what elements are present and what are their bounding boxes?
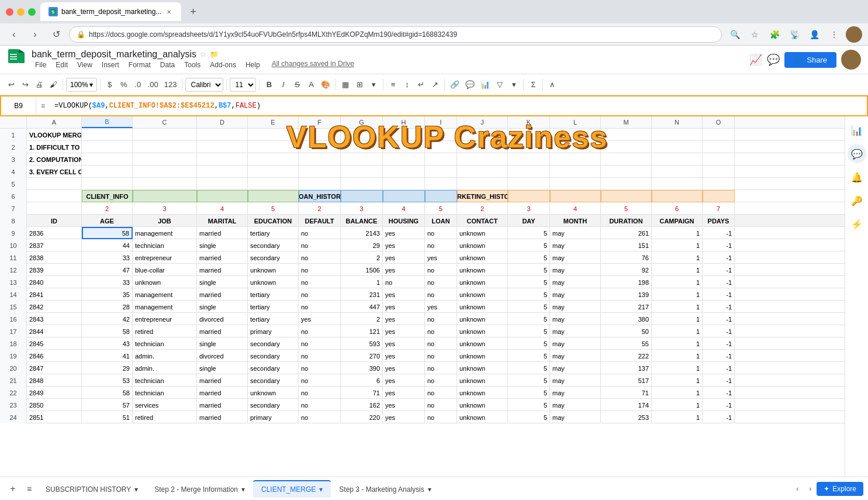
data-cell-r24-c1[interactable]: 51 xyxy=(82,411,133,423)
data-cell-r15-c12[interactable]: 217 xyxy=(601,301,652,313)
data-cell-r21-c4[interactable]: secondary xyxy=(248,374,299,387)
rotate-button[interactable]: ↗ xyxy=(428,77,441,92)
data-cell-r17-c9[interactable]: unknown xyxy=(457,325,508,337)
collapse-toolbar-button[interactable]: ∧ xyxy=(546,77,559,92)
data-cell-r23-c0[interactable]: 2850 xyxy=(27,399,82,411)
data-cell-r11-c11[interactable]: may xyxy=(550,251,601,264)
cell-A3[interactable]: 2. COMPUTATIONALLY INTENSE FOR EXCEL - H… xyxy=(27,153,82,165)
data-cell-r14-c13[interactable]: 1 xyxy=(652,288,703,301)
data-cell-r17-c5[interactable]: no xyxy=(299,325,341,337)
data-cell-r19-c8[interactable]: no xyxy=(425,350,457,362)
col-header-A[interactable]: A xyxy=(27,116,82,128)
data-cell-r15-c4[interactable]: tertiary xyxy=(248,301,299,313)
data-cell-r23-c3[interactable]: married xyxy=(197,399,248,411)
data-cell-r19-c3[interactable]: divorced xyxy=(197,350,248,362)
data-cell-r21-c11[interactable]: may xyxy=(550,374,601,387)
data-cell-r9-c12[interactable]: 261 xyxy=(601,227,652,239)
data-cell-r21-c10[interactable]: 5 xyxy=(508,374,550,387)
menu-edit[interactable]: Edit xyxy=(52,60,71,70)
data-cell-r22-c6[interactable]: 71 xyxy=(341,387,383,399)
data-cell-r12-c4[interactable]: unknown xyxy=(248,264,299,276)
menu-data[interactable]: Data xyxy=(157,60,178,70)
data-cell-r10-c5[interactable]: no xyxy=(299,239,341,251)
formula-expand-button[interactable]: ≡ xyxy=(36,102,50,110)
data-cell-r18-c1[interactable]: 43 xyxy=(82,337,133,350)
tab-next-button[interactable]: › xyxy=(804,482,817,495)
data-cell-r15-c6[interactable]: 447 xyxy=(341,301,383,313)
filter-button[interactable]: ▽ xyxy=(493,77,506,92)
chart-button[interactable]: 📊 xyxy=(478,77,492,92)
menu-format[interactable]: Format xyxy=(125,60,154,70)
data-cell-r17-c3[interactable]: married xyxy=(197,325,248,337)
data-cell-r10-c11[interactable]: may xyxy=(550,239,601,251)
data-cell-r14-c14[interactable]: -1 xyxy=(703,288,735,301)
data-cell-r23-c1[interactable]: 57 xyxy=(82,399,133,411)
italic-button[interactable]: I xyxy=(276,77,289,92)
data-cell-r20-c5[interactable]: no xyxy=(299,362,341,374)
notification-sidebar-icon[interactable]: 🔔 xyxy=(848,168,866,187)
menu-help[interactable]: Help xyxy=(242,60,264,70)
zoom-selector[interactable]: 100% ▾ xyxy=(66,78,97,92)
data-cell-r19-c7[interactable]: yes xyxy=(383,350,425,362)
star-icon[interactable]: ☆ xyxy=(200,50,206,58)
data-cell-r17-c0[interactable]: 2844 xyxy=(27,325,82,337)
data-cell-r19-c11[interactable]: may xyxy=(550,350,601,362)
cell-J8[interactable]: CONTACT xyxy=(457,215,508,227)
data-cell-r18-c12[interactable]: 55 xyxy=(601,337,652,350)
cell-A2[interactable]: 1. DIFFICULT TO TELL IF VLOOKUP WAS DONE… xyxy=(27,141,82,153)
data-cell-r11-c10[interactable]: 5 xyxy=(508,251,550,264)
data-cell-r16-c2[interactable]: entrepreneur xyxy=(133,313,197,325)
cell-F1[interactable] xyxy=(299,129,341,141)
data-cell-r10-c8[interactable]: no xyxy=(425,239,457,251)
cell-A1[interactable]: VLOOKUP MERGE - BAD FOR A NUMBER OF REAS… xyxy=(27,129,82,141)
data-cell-r23-c5[interactable]: no xyxy=(299,399,341,411)
cell-G7[interactable]: 3 xyxy=(341,202,383,215)
menu-insert[interactable]: Insert xyxy=(98,60,123,70)
data-cell-r10-c6[interactable]: 29 xyxy=(341,239,383,251)
cell-C7[interactable]: 3 xyxy=(133,202,197,215)
data-cell-r16-c8[interactable]: no xyxy=(425,313,457,325)
cell-N8[interactable]: CAMPAIGN xyxy=(652,215,703,227)
data-cell-r21-c13[interactable]: 1 xyxy=(652,374,703,387)
cell-K7[interactable]: 3 xyxy=(508,202,550,215)
cell-O7[interactable]: 7 xyxy=(703,202,735,215)
tab-dropdown-client-merge[interactable]: ▾ xyxy=(319,485,323,494)
cell-reference-input[interactable] xyxy=(1,96,36,115)
tab-close-button[interactable]: ✕ xyxy=(165,8,173,16)
font-size-selector[interactable]: 11 xyxy=(230,78,256,92)
data-cell-r18-c4[interactable]: secondary xyxy=(248,337,299,350)
data-cell-r21-c7[interactable]: yes xyxy=(383,374,425,387)
data-cell-r19-c12[interactable]: 222 xyxy=(601,350,652,362)
data-cell-r15-c5[interactable]: no xyxy=(299,301,341,313)
data-cell-r17-c10[interactable]: 5 xyxy=(508,325,550,337)
data-cell-r14-c9[interactable]: unknown xyxy=(457,288,508,301)
data-cell-r14-c8[interactable]: no xyxy=(425,288,457,301)
data-cell-r20-c8[interactable]: no xyxy=(425,362,457,374)
data-cell-r19-c0[interactable]: 2846 xyxy=(27,350,82,362)
data-cell-r16-c13[interactable]: 1 xyxy=(652,313,703,325)
data-cell-r20-c7[interactable]: yes xyxy=(383,362,425,374)
spreadsheet-title[interactable]: bank_term_deposit_marketing_analysis xyxy=(32,49,196,60)
data-cell-r21-c0[interactable]: 2848 xyxy=(27,374,82,387)
cell-I8[interactable]: LOAN xyxy=(425,215,457,227)
add-sheet-button[interactable]: + xyxy=(5,481,21,497)
data-cell-r11-c13[interactable]: 1 xyxy=(652,251,703,264)
data-cell-r12-c1[interactable]: 47 xyxy=(82,264,133,276)
data-cell-r13-c7[interactable]: no xyxy=(383,276,425,288)
data-cell-r21-c12[interactable]: 517 xyxy=(601,374,652,387)
data-cell-r24-c9[interactable]: unknown xyxy=(457,411,508,423)
col-header-O[interactable]: O xyxy=(703,116,735,128)
cell-E1[interactable] xyxy=(248,129,299,141)
data-cell-r23-c6[interactable]: 162 xyxy=(341,399,383,411)
data-cell-r9-c9[interactable]: unknown xyxy=(457,227,508,239)
data-cell-r17-c4[interactable]: primary xyxy=(248,325,299,337)
data-cell-r10-c3[interactable]: single xyxy=(197,239,248,251)
col-header-H[interactable]: H xyxy=(383,116,425,128)
search-icon[interactable]: 🔍 xyxy=(727,26,743,43)
new-tab-button[interactable]: + xyxy=(185,4,201,20)
increase-decimal-button[interactable]: .00 xyxy=(146,77,161,92)
back-button[interactable]: ‹ xyxy=(6,26,22,43)
data-cell-r24-c13[interactable]: 1 xyxy=(652,411,703,423)
data-cell-r23-c9[interactable]: unknown xyxy=(457,399,508,411)
cell-L8[interactable]: MONTH xyxy=(550,215,601,227)
